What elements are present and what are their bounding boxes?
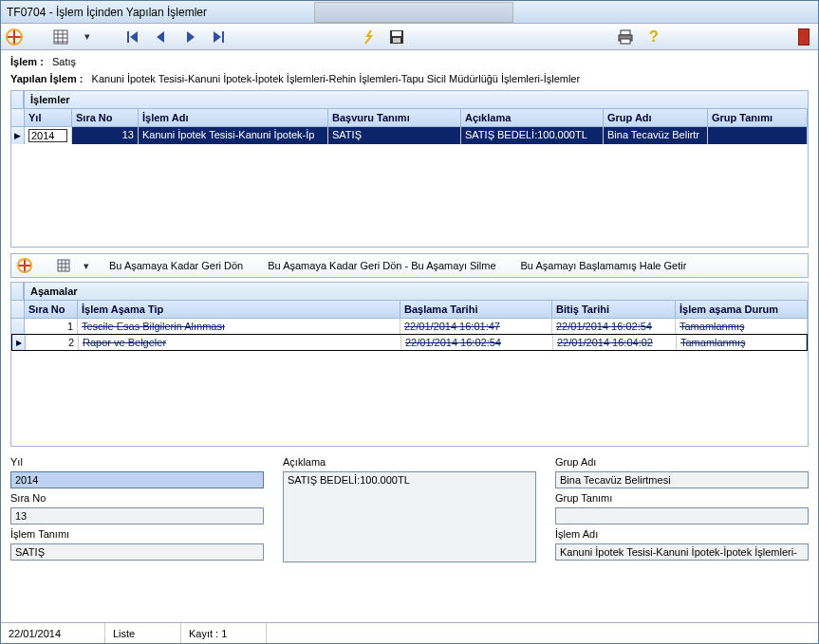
svg-marker-10 bbox=[130, 31, 138, 43]
last-record-icon[interactable] bbox=[208, 27, 229, 47]
grup-adi-field[interactable] bbox=[555, 471, 809, 488]
col-grup-adi[interactable]: Grup Adı bbox=[604, 109, 708, 127]
asamalar-row[interactable]: 2 Rapor ve Belgeler 22/01/2014 16:02:54 … bbox=[11, 334, 808, 351]
col2-baslama[interactable]: Başlama Tarihi bbox=[400, 301, 552, 319]
grid-dropdown-icon[interactable]: ▾ bbox=[79, 27, 96, 47]
col2-bitis[interactable]: Bitiş Tarihi bbox=[552, 301, 676, 319]
background-tab bbox=[314, 2, 513, 23]
svg-rect-20 bbox=[621, 39, 630, 44]
svg-rect-17 bbox=[393, 38, 400, 43]
islem-adi-label: İşlem Adı bbox=[555, 528, 809, 540]
col2-durum[interactable]: İşlem aşama Durum bbox=[676, 301, 808, 319]
status-kayit: Kayıt : 1 bbox=[181, 623, 267, 643]
svg-marker-12 bbox=[187, 31, 195, 43]
status-mode: Liste bbox=[105, 623, 181, 643]
svg-rect-14 bbox=[222, 31, 224, 43]
aciklama-cell: SATIŞ BEDELİ:100.000TL bbox=[461, 127, 604, 144]
print-icon[interactable] bbox=[615, 27, 636, 47]
col-sira-no[interactable]: Sıra No bbox=[72, 109, 139, 127]
col-yil[interactable]: Yıl bbox=[25, 109, 72, 127]
grid-icon-2[interactable] bbox=[53, 255, 74, 276]
app-logo-icon bbox=[5, 28, 24, 46]
col-grup-tanimi[interactable]: Grup Tanımı bbox=[708, 109, 808, 127]
yapilan-islem-value: Kanuni İpotek Tesisi-Kanuni İpotek-İpote… bbox=[92, 73, 581, 84]
execute-icon[interactable] bbox=[358, 27, 379, 47]
islem-adi-field[interactable] bbox=[555, 543, 809, 561]
grup-adi-label: Grup Adı bbox=[555, 456, 809, 468]
islem-label: İşlem : bbox=[10, 56, 44, 67]
islem-info: İşlem : Satış bbox=[1, 50, 818, 73]
col-islem-adi[interactable]: İşlem Adı bbox=[139, 109, 328, 127]
asamalar-grid[interactable]: Sıra No İşlem Aşama Tip Başlama Tarihi B… bbox=[10, 301, 809, 447]
grid-dropdown-icon-2[interactable]: ▾ bbox=[78, 255, 95, 276]
asama-durum-cell: Tamamlanmış bbox=[676, 319, 808, 334]
save-icon[interactable] bbox=[386, 27, 407, 47]
yil-field[interactable] bbox=[10, 471, 264, 488]
sira-cell: 13 bbox=[72, 127, 139, 144]
aciklama-field[interactable]: SATIŞ BEDELİ:100.000TL bbox=[283, 471, 536, 562]
asama-durum-cell: Tamamlanmış bbox=[677, 335, 807, 350]
asama-tip-cell: Tescile Esas Bilgilerin Alınması bbox=[78, 319, 400, 334]
yapilan-islem-label: Yapılan İşlem : bbox=[10, 73, 83, 84]
sira-field[interactable] bbox=[10, 507, 264, 524]
islem-adi-cell: Kanuni İpotek Tesisi-Kanuni İpotek-İp bbox=[139, 127, 328, 144]
grid-icon[interactable] bbox=[50, 27, 71, 47]
svg-rect-24 bbox=[58, 260, 69, 271]
geri-don-button[interactable]: Bu Aşamaya Kadar Geri Dön bbox=[99, 257, 253, 274]
close-button[interactable] bbox=[793, 27, 814, 47]
main-toolbar: ▾ ? bbox=[1, 24, 818, 50]
islem-value: Satış bbox=[52, 56, 76, 67]
asama-baslama-cell: 22/01/2014 16:01:47 bbox=[400, 319, 552, 334]
col2-tip[interactable]: İşlem Aşama Tip bbox=[78, 301, 400, 319]
asama-baslama-cell: 22/01/2014 16:02:54 bbox=[401, 335, 553, 350]
islem-tanimi-label: İşlem Tanımı bbox=[10, 528, 264, 540]
basvuru-cell: SATIŞ bbox=[328, 127, 461, 144]
asamalar-section-title: Aşamalar bbox=[24, 282, 809, 301]
status-date: 22/01/2014 bbox=[1, 623, 105, 643]
window-title: TF0704 - İşlem İçinden Yapılan İşlemler bbox=[7, 6, 207, 19]
yil-label: Yıl bbox=[10, 456, 264, 468]
svg-rect-18 bbox=[621, 30, 630, 35]
asama-tip-cell: Rapor ve Belgeler bbox=[79, 335, 401, 350]
prev-record-icon[interactable] bbox=[151, 27, 172, 47]
statusbar: 22/01/2014 Liste Kayıt : 1 bbox=[1, 622, 818, 643]
aciklama-label: Açıklama bbox=[283, 456, 536, 468]
yil-cell-input[interactable] bbox=[28, 129, 67, 142]
baslamamis-button[interactable]: Bu Aşamayı Başlamamış Hale Getir bbox=[511, 257, 698, 274]
svg-marker-11 bbox=[157, 31, 164, 43]
islemler-section-title: İşlemler bbox=[24, 90, 809, 109]
asama-bitis-cell: 22/01/2014 16:02:54 bbox=[552, 319, 676, 334]
islem-tanimi-field[interactable] bbox=[10, 543, 264, 561]
svg-rect-16 bbox=[392, 31, 401, 36]
asama-bitis-cell: 22/01/2014 16:04:02 bbox=[553, 335, 677, 350]
svg-rect-9 bbox=[127, 31, 129, 43]
geri-don-silme-button[interactable]: Bu Aşamaya Kadar Geri Dön - Bu Aşamayı S… bbox=[257, 257, 506, 274]
grup-adi-cell: Bina Tecavüz Belirtr bbox=[604, 127, 708, 144]
asama-sira-cell: 2 bbox=[26, 335, 79, 350]
islemler-grid-header: Yıl Sıra No İşlem Adı Başvuru Tanımı Açı… bbox=[11, 109, 808, 127]
next-record-icon[interactable] bbox=[179, 27, 200, 47]
app-logo-icon-2 bbox=[15, 256, 34, 275]
grup-tanimi-field[interactable] bbox=[555, 507, 809, 524]
grup-tanimi-cell bbox=[708, 127, 808, 144]
svg-marker-13 bbox=[214, 31, 221, 43]
detail-form: Yıl Sıra No İşlem Tanımı Açıklama SATIŞ … bbox=[10, 456, 809, 562]
help-icon[interactable]: ? bbox=[643, 27, 664, 47]
asamalar-grid-header: Sıra No İşlem Aşama Tip Başlama Tarihi B… bbox=[11, 301, 808, 319]
islemler-row[interactable]: ▶ 13 Kanuni İpotek Tesisi-Kanuni İpotek-… bbox=[11, 127, 808, 144]
islemler-grid[interactable]: Yıl Sıra No İşlem Adı Başvuru Tanımı Açı… bbox=[10, 109, 809, 248]
grup-tanimi-label: Grup Tanımı bbox=[555, 492, 809, 504]
col-basvuru[interactable]: Başvuru Tanımı bbox=[328, 109, 461, 127]
sira-label: Sıra No bbox=[10, 492, 264, 504]
yapilan-islem-info: Yapılan İşlem : Kanuni İpotek Tesisi-Kan… bbox=[1, 73, 818, 90]
col-aciklama[interactable]: Açıklama bbox=[461, 109, 604, 127]
first-record-icon[interactable] bbox=[122, 27, 143, 47]
asamalar-toolbar: ▾ Bu Aşamaya Kadar Geri Dön Bu Aşamaya K… bbox=[10, 253, 809, 278]
asama-sira-cell: 1 bbox=[25, 319, 78, 334]
col2-sira[interactable]: Sıra No bbox=[25, 301, 78, 319]
asamalar-row[interactable]: 1 Tescile Esas Bilgilerin Alınması 22/01… bbox=[11, 319, 808, 334]
